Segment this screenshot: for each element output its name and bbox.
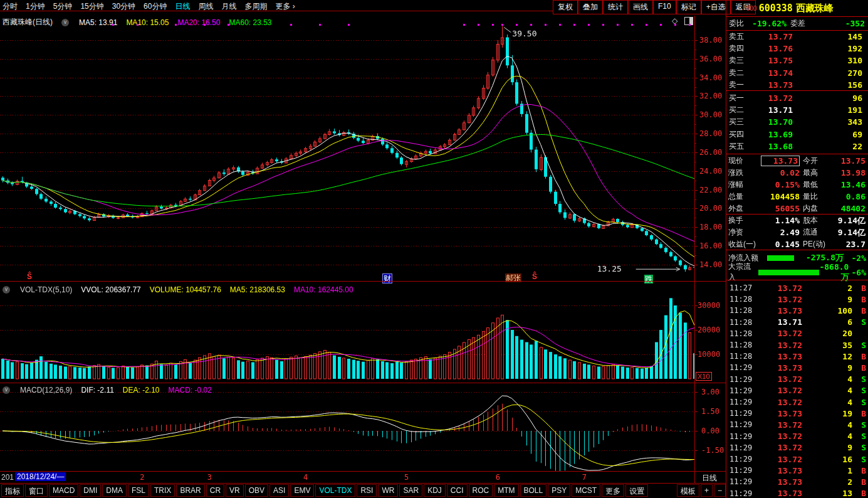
tick-volume: 4 — [802, 420, 852, 430]
tool-button-复权[interactable]: 复权 — [553, 0, 578, 14]
indicator-tab-CR[interactable]: CR — [206, 484, 224, 497]
tick-row: 11:2913.729S — [726, 442, 868, 453]
tick-flag: B — [852, 283, 868, 293]
toolbar-divider — [0, 11, 553, 11]
info-row: 总量104458量比0.86 — [726, 191, 868, 203]
legend-item: DEA: -2.10 — [123, 386, 160, 395]
tick-row: 11:2713.722B — [726, 282, 868, 294]
tool-button-F10[interactable]: F10 — [653, 0, 676, 14]
indicator-tab-PSY[interactable]: PSY — [548, 484, 570, 497]
info-value: 23.7 — [832, 240, 868, 249]
tick-flag: S — [852, 374, 868, 384]
indicator-tab-CCI[interactable]: CCI — [447, 484, 468, 497]
legend-item: MACD: -0.02 — [169, 386, 212, 395]
indicator-tab-设置[interactable]: 设置 — [625, 484, 648, 497]
tab-control-+[interactable]: + — [701, 484, 713, 497]
tick-price: 13.73 — [757, 306, 802, 315]
tab-spacer — [649, 484, 676, 498]
price-tick-label: 20.00 — [699, 204, 728, 213]
tick-row: 11:2913.732B — [726, 476, 868, 487]
legend-item: VOLUME: 104457.76 — [150, 285, 221, 294]
tick-volume: 1 — [802, 466, 852, 475]
tick-flag: S — [852, 420, 868, 430]
level-label: 卖二 — [729, 68, 754, 78]
level-volume: 270 — [793, 68, 868, 78]
level-row-卖五: 卖五13.77145 — [726, 31, 868, 43]
tool-button-标记[interactable]: 标记 — [676, 0, 701, 14]
indicator-tab-KDJ[interactable]: KDJ — [424, 484, 446, 497]
tick-flag: B — [852, 363, 868, 373]
indicator-tab-SAR[interactable]: SAR — [399, 484, 422, 497]
pane-border — [0, 383, 726, 383]
indicator-tab-MTM[interactable]: MTM — [494, 484, 518, 497]
tool-button-画线[interactable]: 画线 — [628, 0, 653, 14]
level-row-买四: 买四13.6969 — [726, 129, 868, 140]
tick-row: 11:2813.7312B — [726, 351, 868, 362]
chevron-down-icon[interactable]: ∨ — [3, 286, 10, 294]
month-label-6: 6 — [496, 473, 500, 482]
tick-flag: S — [852, 455, 868, 464]
tick-price: 13.72 — [757, 420, 802, 430]
info-row: 收益(一)0.145PE(动)23.7 — [726, 238, 868, 250]
indicator-tab-VOL-TDX[interactable]: VOL-TDX — [315, 484, 355, 497]
tick-time: 11:29 — [729, 477, 757, 486]
price-chart-canvas[interactable] — [0, 16, 694, 281]
indicator-tab-WR[interactable]: WR — [378, 484, 398, 497]
tick-volume: 2 — [802, 283, 852, 293]
indicator-tab-BOLL[interactable]: BOLL — [520, 484, 547, 497]
tick-time: 11:29 — [729, 386, 757, 395]
indicator-tab-OBV[interactable]: OBV — [245, 484, 268, 497]
weibi-row: 委比 -19.62% 委差 -352 — [726, 18, 868, 29]
indicator-tab-更多[interactable]: 更多 — [602, 484, 624, 497]
indicator-tab-DMA[interactable]: DMA — [102, 484, 127, 497]
info-label: 股本 — [803, 215, 832, 226]
weibi-value: -19.62% — [744, 19, 787, 28]
indicator-tab-MCST[interactable]: MCST — [572, 484, 600, 497]
info-value: 13.98 — [832, 168, 868, 177]
tool-button-叠加[interactable]: 叠加 — [578, 0, 603, 14]
tick-time: 11:29 — [729, 432, 757, 441]
tick-price: 13.73 — [757, 363, 802, 373]
tab-control-模板[interactable]: 模板 — [677, 484, 699, 497]
tick-price: 13.72 — [757, 283, 802, 293]
tick-time: 11:29 — [729, 409, 757, 418]
indicator-tab-RSI[interactable]: RSI — [357, 484, 377, 497]
indicator-tab-ASI[interactable]: ASI — [269, 484, 289, 497]
chevron-down-icon[interactable]: ∨ — [3, 386, 10, 394]
tick-time: 11:28 — [729, 352, 757, 361]
indicator-tab-DMI[interactable]: DMI — [80, 484, 101, 497]
indicator-tab-BRAR[interactable]: BRAR — [176, 484, 204, 497]
tick-volume: 4 — [802, 374, 852, 384]
indicator-tab-窗口[interactable]: 窗口 — [25, 484, 48, 497]
info-label: 收益(一) — [728, 239, 761, 250]
price-tick-label: 14.00 — [699, 260, 728, 269]
level-label: 卖五 — [729, 31, 754, 42]
indicator-tab-EMV[interactable]: EMV — [290, 484, 314, 497]
indicator-tab-FSL[interactable]: FSL — [128, 484, 149, 497]
tick-flag: B — [852, 489, 868, 498]
indicator-tab-指标[interactable]: 指标 — [1, 484, 24, 497]
flow-percent: -6% — [849, 268, 868, 277]
price-tick-label: 18.00 — [699, 223, 728, 231]
tick-price: 13.73 — [757, 489, 802, 498]
indicator-tab-TRIX[interactable]: TRIX — [150, 484, 175, 497]
volume-chart-canvas[interactable] — [0, 282, 694, 383]
tick-time: 11:29 — [729, 466, 757, 475]
selected-date[interactable]: 2018/12/24/— — [15, 472, 66, 481]
tick-flag: S — [852, 341, 868, 350]
macd-chart-canvas[interactable] — [0, 384, 694, 471]
info-value: 1.14% — [761, 216, 800, 225]
indicator-tab-VR[interactable]: VR — [226, 484, 244, 497]
info-row: 现价13.73今开13.75 — [726, 155, 868, 167]
tick-volume: 12 — [802, 352, 852, 361]
tick-flag: S — [852, 317, 868, 327]
tool-button-统计[interactable]: 统计 — [603, 0, 628, 14]
tab-control-−[interactable]: − — [714, 484, 726, 497]
tick-flag: S — [852, 443, 868, 452]
tick-volume: 2 — [802, 477, 852, 487]
tick-price: 13.73 — [757, 409, 802, 418]
tick-volume: 4 — [802, 398, 852, 407]
indicator-tab-ROC[interactable]: ROC — [469, 484, 493, 497]
tick-flag: B — [852, 352, 868, 361]
indicator-tab-MACD[interactable]: MACD — [49, 484, 78, 497]
